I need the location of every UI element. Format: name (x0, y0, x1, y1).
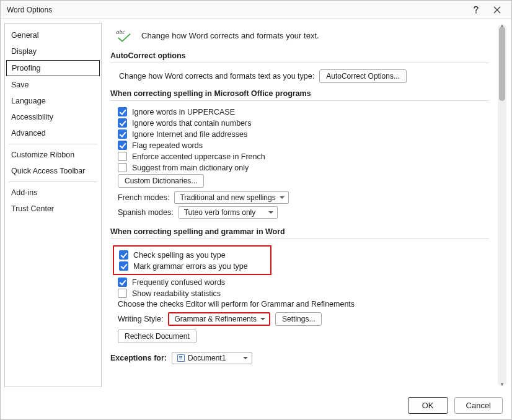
vertical-scrollbar[interactable]: ▲ ▼ (498, 24, 506, 386)
check-readability-label: Show readability statistics (132, 289, 221, 298)
check-enforce-accented-label: Enforce accented uppercase in French (132, 152, 265, 161)
close-icon (493, 6, 501, 14)
sidebar-separator (9, 144, 97, 144)
custom-dictionaries-button[interactable]: Custom Dictionaries... (118, 174, 204, 188)
document-icon (177, 354, 185, 362)
check-ignore-numbers[interactable] (118, 118, 127, 128)
autocorrect-options-button[interactable]: AutoCorrect Options... (319, 69, 407, 83)
word-options-dialog: Word Options General Display Proofing Sa… (0, 0, 512, 420)
scroll-down-icon: ▼ (498, 382, 506, 387)
exceptions-for-label: Exceptions for: (110, 354, 167, 362)
sidebar-item-accessibility[interactable]: Accessibility (5, 109, 101, 125)
choose-checks-text: Choose the checks Editor will perform fo… (118, 300, 489, 308)
sidebar-item-trust-center[interactable]: Trust Center (5, 201, 101, 217)
sidebar-item-language[interactable]: Language (5, 93, 101, 109)
spanish-modes-select[interactable]: Tuteo verb forms only (179, 206, 278, 219)
office-spelling-heading: When correcting spelling in Microsoft Of… (110, 89, 489, 98)
spanish-modes-label: Spanish modes: (118, 208, 174, 217)
check-grammar-as-type[interactable] (119, 261, 128, 271)
dialog-footer: OK Cancel (1, 391, 511, 419)
abc-proofing-icon: abc (115, 27, 135, 44)
ok-button[interactable]: OK (408, 397, 448, 414)
help-icon (473, 6, 479, 14)
proofing-content: abc Change how Word corrects and formats… (110, 24, 495, 386)
check-ignore-internet[interactable] (118, 129, 127, 139)
word-grammar-heading: When correcting spelling and grammar in … (110, 227, 489, 236)
sidebar-item-advanced[interactable]: Advanced (5, 125, 101, 141)
sidebar-item-quick-access-toolbar[interactable]: Quick Access Toolbar (5, 163, 101, 179)
exceptions-for-select[interactable]: Document1 (172, 352, 252, 364)
check-ignore-uppercase[interactable] (118, 107, 127, 116)
sidebar-item-save[interactable]: Save (5, 77, 101, 93)
highlighted-checks: Check spelling as you type Mark grammar … (113, 245, 271, 275)
check-flag-repeated[interactable] (118, 141, 127, 150)
category-sidebar: General Display Proofing Save Language A… (4, 23, 102, 387)
check-confused-words[interactable] (118, 278, 127, 287)
sidebar-item-add-ins[interactable]: Add-ins (5, 185, 101, 201)
autocorrect-desc: Change how Word corrects and formats tex… (119, 72, 314, 81)
check-spelling-as-type-label: Check spelling as you type (133, 251, 226, 260)
svg-text:abc: abc (117, 28, 126, 35)
check-suggest-main-dict[interactable] (118, 163, 127, 172)
check-spelling-as-type[interactable] (119, 250, 128, 260)
french-modes-label: French modes: (118, 193, 169, 202)
dialog-title: Word Options (7, 6, 466, 14)
writing-style-select[interactable]: Grammar & Refinements (168, 312, 270, 326)
writing-style-label: Writing Style: (118, 315, 163, 323)
sidebar-item-display[interactable]: Display (5, 43, 101, 59)
check-ignore-internet-label: Ignore Internet and file addresses (132, 130, 247, 139)
check-flag-repeated-label: Flag repeated words (132, 141, 203, 150)
grammar-settings-button[interactable]: Settings... (275, 312, 322, 326)
sidebar-item-customize-ribbon[interactable]: Customize Ribbon (5, 147, 101, 163)
check-confused-words-label: Frequently confused words (132, 278, 225, 287)
scrollbar-thumb[interactable] (499, 27, 505, 101)
check-readability[interactable] (118, 289, 127, 298)
sidebar-item-general[interactable]: General (5, 27, 101, 43)
titlebar: Word Options (1, 1, 511, 19)
recheck-document-button[interactable]: Recheck Document (118, 330, 196, 343)
sidebar-separator (9, 182, 97, 182)
french-modes-select[interactable]: Traditional and new spellings (174, 191, 288, 204)
help-button[interactable] (466, 2, 487, 17)
check-suggest-main-dict-label: Suggest from main dictionary only (132, 164, 249, 172)
autocorrect-heading: AutoCorrect options (110, 51, 489, 60)
check-enforce-accented[interactable] (118, 152, 127, 161)
close-button[interactable] (487, 2, 508, 17)
cancel-button[interactable]: Cancel (454, 397, 503, 414)
check-ignore-uppercase-label: Ignore words in UPPERCASE (132, 108, 235, 116)
sidebar-item-proofing[interactable]: Proofing (6, 60, 100, 76)
check-ignore-numbers-label: Ignore words that contain numbers (132, 119, 251, 128)
check-grammar-as-type-label: Mark grammar errors as you type (133, 262, 248, 271)
intro-text: Change how Word corrects and formats you… (141, 31, 319, 40)
